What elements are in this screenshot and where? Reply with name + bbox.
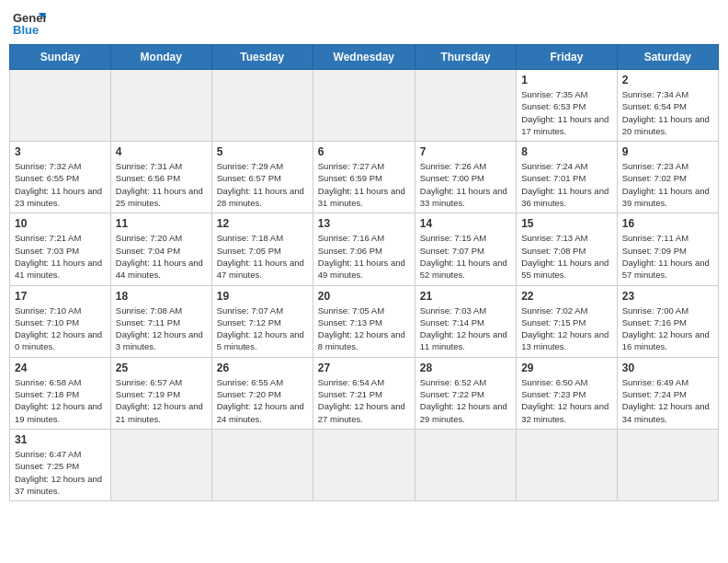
day-info: Sunrise: 7:07 AM Sunset: 7:12 PM Dayligh… [217,304,308,353]
day-number: 22 [521,290,612,303]
day-info: Sunrise: 7:27 AM Sunset: 6:59 PM Dayligh… [318,160,410,209]
calendar-day-cell: 13Sunrise: 7:16 AM Sunset: 7:06 PM Dayli… [313,213,415,285]
calendar-day-cell: 22Sunrise: 7:02 AM Sunset: 7:15 PM Dayli… [517,285,618,357]
calendar-day-cell: 24Sunrise: 6:58 AM Sunset: 7:18 PM Dayli… [10,357,111,429]
calendar-day-cell: 27Sunrise: 6:54 AM Sunset: 7:21 PM Dayli… [313,357,415,429]
day-number: 4 [116,145,207,158]
calendar-day-cell: 18Sunrise: 7:08 AM Sunset: 7:11 PM Dayli… [110,285,211,357]
svg-text:Blue: Blue [13,23,39,37]
calendar-day-cell [110,70,211,142]
calendar-week-row: 3Sunrise: 7:32 AM Sunset: 6:55 PM Daylig… [10,142,719,213]
day-number: 24 [15,362,106,374]
weekday-header-row: SundayMondayTuesdayWednesdayThursdayFrid… [10,45,719,70]
day-number: 20 [318,290,410,303]
day-info: Sunrise: 6:52 AM Sunset: 7:22 PM Dayligh… [420,376,511,425]
day-info: Sunrise: 7:08 AM Sunset: 7:11 PM Dayligh… [116,304,207,353]
calendar-day-cell [211,70,313,142]
calendar-day-cell: 31Sunrise: 6:47 AM Sunset: 7:25 PM Dayli… [10,429,111,500]
day-number: 6 [318,145,410,158]
day-info: Sunrise: 7:00 AM Sunset: 7:16 PM Dayligh… [622,304,713,353]
calendar-day-cell: 8Sunrise: 7:24 AM Sunset: 7:01 PM Daylig… [517,142,618,213]
day-info: Sunrise: 7:26 AM Sunset: 7:00 PM Dayligh… [420,160,511,209]
weekday-header-sunday: Sunday [10,45,111,70]
logo-icon: General Blue [13,9,46,37]
weekday-header-friday: Friday [517,45,618,70]
day-info: Sunrise: 7:29 AM Sunset: 6:57 PM Dayligh… [217,160,308,209]
weekday-header-tuesday: Tuesday [211,45,313,70]
day-number: 19 [217,290,308,303]
calendar-day-cell: 11Sunrise: 7:20 AM Sunset: 7:04 PM Dayli… [110,213,211,285]
calendar-day-cell: 21Sunrise: 7:03 AM Sunset: 7:14 PM Dayli… [415,285,516,357]
day-number: 2 [622,74,713,86]
calendar-day-cell: 1Sunrise: 7:35 AM Sunset: 6:53 PM Daylig… [517,70,618,142]
calendar-day-cell [617,429,718,500]
day-number: 10 [15,217,106,230]
calendar-day-cell: 28Sunrise: 6:52 AM Sunset: 7:22 PM Dayli… [415,357,516,429]
day-number: 25 [116,362,207,374]
day-number: 27 [318,362,410,374]
day-info: Sunrise: 7:13 AM Sunset: 7:08 PM Dayligh… [521,232,612,281]
day-info: Sunrise: 6:47 AM Sunset: 7:25 PM Dayligh… [15,448,106,497]
calendar-day-cell: 7Sunrise: 7:26 AM Sunset: 7:00 PM Daylig… [415,142,516,213]
day-info: Sunrise: 7:31 AM Sunset: 6:56 PM Dayligh… [116,160,207,209]
day-info: Sunrise: 7:05 AM Sunset: 7:13 PM Dayligh… [318,304,410,353]
day-number: 15 [521,217,612,230]
day-info: Sunrise: 6:54 AM Sunset: 7:21 PM Dayligh… [318,376,410,425]
day-info: Sunrise: 7:16 AM Sunset: 7:06 PM Dayligh… [318,232,410,281]
day-number: 7 [420,145,511,158]
calendar-table: SundayMondayTuesdayWednesdayThursdayFrid… [9,44,719,501]
calendar-day-cell: 26Sunrise: 6:55 AM Sunset: 7:20 PM Dayli… [211,357,313,429]
day-number: 12 [217,217,308,230]
calendar-day-cell [110,429,211,500]
day-number: 13 [318,217,410,230]
day-number: 26 [217,362,308,374]
day-info: Sunrise: 6:57 AM Sunset: 7:19 PM Dayligh… [116,376,207,425]
calendar-day-cell: 2Sunrise: 7:34 AM Sunset: 6:54 PM Daylig… [617,70,718,142]
day-info: Sunrise: 7:34 AM Sunset: 6:54 PM Dayligh… [622,88,713,137]
day-number: 23 [622,290,713,303]
day-number: 14 [420,217,511,230]
day-number: 28 [420,362,511,374]
calendar-day-cell: 4Sunrise: 7:31 AM Sunset: 6:56 PM Daylig… [110,142,211,213]
weekday-header-thursday: Thursday [415,45,516,70]
page-header: General Blue [9,9,719,37]
calendar-day-cell: 20Sunrise: 7:05 AM Sunset: 7:13 PM Dayli… [313,285,415,357]
calendar-day-cell [415,70,516,142]
calendar-day-cell: 3Sunrise: 7:32 AM Sunset: 6:55 PM Daylig… [10,142,111,213]
day-info: Sunrise: 7:21 AM Sunset: 7:03 PM Dayligh… [15,232,106,281]
calendar-day-cell: 19Sunrise: 7:07 AM Sunset: 7:12 PM Dayli… [211,285,313,357]
calendar-day-cell: 29Sunrise: 6:50 AM Sunset: 7:23 PM Dayli… [517,357,618,429]
calendar-day-cell: 14Sunrise: 7:15 AM Sunset: 7:07 PM Dayli… [415,213,516,285]
weekday-header-monday: Monday [110,45,211,70]
calendar-day-cell [211,429,313,500]
logo: General Blue [13,9,46,37]
day-number: 8 [521,145,612,158]
day-info: Sunrise: 7:02 AM Sunset: 7:15 PM Dayligh… [521,304,612,353]
day-info: Sunrise: 7:32 AM Sunset: 6:55 PM Dayligh… [15,160,106,209]
calendar-day-cell [517,429,618,500]
day-info: Sunrise: 7:10 AM Sunset: 7:10 PM Dayligh… [15,304,106,353]
day-number: 30 [622,362,713,374]
day-info: Sunrise: 6:55 AM Sunset: 7:20 PM Dayligh… [217,376,308,425]
calendar-day-cell: 25Sunrise: 6:57 AM Sunset: 7:19 PM Dayli… [110,357,211,429]
day-number: 9 [622,145,713,158]
calendar-day-cell: 9Sunrise: 7:23 AM Sunset: 7:02 PM Daylig… [617,142,718,213]
weekday-header-wednesday: Wednesday [313,45,415,70]
calendar-week-row: 24Sunrise: 6:58 AM Sunset: 7:18 PM Dayli… [10,357,719,429]
calendar-day-cell: 5Sunrise: 7:29 AM Sunset: 6:57 PM Daylig… [211,142,313,213]
calendar-day-cell: 16Sunrise: 7:11 AM Sunset: 7:09 PM Dayli… [617,213,718,285]
calendar-day-cell [313,70,415,142]
day-info: Sunrise: 7:11 AM Sunset: 7:09 PM Dayligh… [622,232,713,281]
day-number: 11 [116,217,207,230]
calendar-header: SundayMondayTuesdayWednesdayThursdayFrid… [10,45,719,70]
day-number: 3 [15,145,106,158]
calendar-body: 1Sunrise: 7:35 AM Sunset: 6:53 PM Daylig… [10,70,719,501]
calendar-day-cell: 6Sunrise: 7:27 AM Sunset: 6:59 PM Daylig… [313,142,415,213]
day-number: 21 [420,290,511,303]
day-number: 1 [521,74,612,86]
day-number: 16 [622,217,713,230]
day-info: Sunrise: 7:20 AM Sunset: 7:04 PM Dayligh… [116,232,207,281]
calendar-day-cell [10,70,111,142]
day-info: Sunrise: 7:18 AM Sunset: 7:05 PM Dayligh… [217,232,308,281]
day-number: 17 [15,290,106,303]
